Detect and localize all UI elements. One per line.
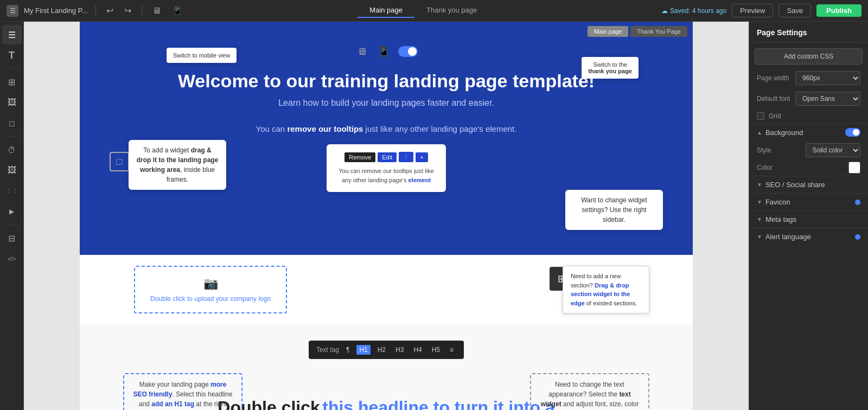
hero-body-text: You can remove our tooltips just like an…	[91, 124, 682, 133]
background-section-title: Background	[765, 129, 842, 137]
sidebar-icon-timer[interactable]: ⏱	[2, 140, 22, 159]
sidebar-icon-layers[interactable]: ☰	[2, 25, 22, 44]
mobile-view-button[interactable]: 📱	[169, 4, 186, 17]
project-title: My First Landing P...	[24, 7, 88, 15]
widget-placeholder-box[interactable]: □	[110, 152, 129, 171]
page-width-label: Page width	[757, 74, 792, 82]
page-width-row: Page width 960px 1024px 1200px	[749, 68, 868, 88]
text-callout-right: Need to change the text appearance? Sele…	[530, 373, 649, 410]
favicon-chevron-icon: ▼	[757, 199, 762, 205]
canvas-wrapper: 🖥 📱 Main page Thank You Page Switch to m…	[24, 22, 749, 410]
default-font-row: Default font Open Sans Arial Roboto	[749, 88, 868, 109]
remove-btn[interactable]: Remove	[344, 152, 375, 162]
alert-language-section-header[interactable]: ▼ Alert language	[749, 228, 868, 245]
save-button[interactable]: Save	[778, 4, 811, 17]
saved-status: ☁ Saved: 4 hours ago	[661, 7, 726, 15]
sidebar-icon-shapes[interactable]: ◻	[2, 113, 22, 133]
logo-section: 📷 Double click to upload your company lo…	[80, 255, 693, 324]
default-font-select[interactable]: Open Sans Arial Roboto	[795, 92, 860, 106]
mobile-toggle-btn[interactable]: 📱	[375, 43, 392, 60]
page-tab-main[interactable]: Main page	[358, 3, 414, 18]
background-chevron-icon: ▲	[757, 130, 762, 136]
sidebar-icon-layout[interactable]: ⊟	[2, 228, 22, 248]
sidebar-icon-grid[interactable]: ⋮⋮	[2, 181, 22, 201]
meta-tags-chevron-icon: ▼	[757, 216, 762, 222]
style-select[interactable]: Solid color Gradient Image	[806, 143, 861, 157]
left-sidebar: ☰ T ⊞ 🖼 ◻ ⏱ 🖼 ⋮⋮ ▶ ⊟ </>	[0, 22, 24, 410]
hero-subtitle[interactable]: Learn how to build your landing pages fa…	[91, 98, 682, 108]
text-tag-toolbar-wrapper: Text tag ¶ H1 H2 H3 H4 H5 ≡	[91, 341, 682, 368]
upload-label: Double click to upload your company logo	[150, 295, 271, 303]
sidebar-icon-video[interactable]: ▶	[2, 202, 22, 221]
background-toggle[interactable]	[845, 128, 860, 137]
text-tag-h4[interactable]: H4	[411, 345, 424, 355]
widget-demo-text: You can remove our tooltips just like an…	[334, 166, 438, 184]
panel-title: Page Settings	[749, 22, 868, 43]
seo-chevron-icon: ▼	[757, 182, 762, 188]
canvas-tab-thankyou[interactable]: Thank You Page	[630, 26, 687, 37]
edit-btn[interactable]: Edit	[378, 152, 397, 162]
color-swatch[interactable]	[848, 162, 860, 174]
widget-btn-3[interactable]: ⋮	[399, 152, 413, 162]
cloud-icon: ☁	[661, 7, 668, 15]
widget-btn-4[interactable]: +	[416, 152, 427, 162]
text-tag-h1[interactable]: H1	[356, 345, 370, 355]
alert-language-section-title: Alert language	[765, 233, 852, 241]
favicon-section-title: Favicon	[765, 198, 852, 206]
grid-row: Grid	[749, 109, 868, 123]
text-tag-h2[interactable]: H2	[375, 345, 388, 355]
text-section: Text tag ¶ H1 H2 H3 H4 H5 ≡ Make your la…	[80, 324, 693, 410]
sidebar-divider-2	[4, 136, 20, 137]
undo-button[interactable]: ↩	[104, 4, 116, 17]
text-tag-h5[interactable]: H5	[429, 345, 443, 355]
topbar: ☰ My First Landing P... ↩ ↪ 🖥 📱 Main pag…	[0, 0, 868, 22]
sidebar-divider-1	[4, 68, 20, 69]
canvas-page-tabs: Main page Thank You Page	[588, 26, 687, 37]
logo-upload-box[interactable]: 📷 Double click to upload your company lo…	[134, 266, 287, 313]
topbar-right: ☁ Saved: 4 hours ago Preview Save Publis…	[661, 4, 861, 17]
page-tab-thankyou[interactable]: Thank you page	[414, 3, 489, 18]
page-width-select[interactable]: 960px 1024px 1200px	[795, 71, 860, 85]
background-section-header[interactable]: ▲ Background	[749, 123, 868, 141]
alert-language-badge	[855, 234, 860, 240]
canvas-inner: 🖥 📱 Main page Thank You Page Switch to m…	[80, 22, 693, 410]
switch-mobile-tooltip: Switch to mobile view	[167, 48, 237, 63]
logo-icon[interactable]: ☰	[7, 5, 18, 17]
text-tag-toolbar: Text tag ¶ H1 H2 H3 H4 H5 ≡	[309, 341, 464, 359]
widget-placeholder[interactable]: □	[110, 152, 129, 171]
page-tabs-center: Main page Thank you page	[191, 3, 656, 18]
publish-button[interactable]: Publish	[816, 4, 861, 17]
canvas-area[interactable]: 🖥 📱 Main page Thank You Page Switch to m…	[24, 22, 749, 410]
grid-checkbox[interactable]	[757, 112, 764, 120]
default-font-label: Default font	[757, 95, 792, 102]
add-custom-css-button[interactable]: Add custom CSS	[755, 48, 863, 65]
text-tag-h3[interactable]: H3	[393, 345, 406, 355]
section-add-tooltip: Need to add a new section? Drag & drop s…	[563, 266, 649, 313]
desktop-toggle-btn[interactable]: 🖥	[355, 44, 369, 60]
seo-section-header[interactable]: ▼ SEO / Social share	[749, 176, 868, 193]
seo-section-title: SEO / Social share	[765, 181, 860, 189]
widget-demo-box[interactable]: Remove Edit ⋮ + You can remove our toolt…	[327, 144, 446, 192]
text-tag-para[interactable]: ¶	[343, 345, 352, 355]
sidebar-icon-text[interactable]: T	[2, 46, 22, 65]
upload-icon: 📷	[203, 277, 218, 291]
meta-tags-section-header[interactable]: ▼ Meta tags	[749, 210, 868, 228]
sidebar-icon-image-widget[interactable]: 🖼	[2, 161, 22, 180]
sidebar-icon-widgets[interactable]: ⊞	[2, 72, 22, 92]
favicon-section-header[interactable]: ▼ Favicon	[749, 193, 868, 210]
sidebar-icon-code[interactable]: </>	[2, 249, 22, 268]
widget-demo-area: Remove Edit ⋮ + You can remove our toolt…	[327, 144, 446, 192]
headline-callout-left: Make your landing page more SEO friendly…	[123, 373, 242, 410]
text-tag-list[interactable]: ≡	[447, 345, 456, 355]
redo-button[interactable]: ↪	[122, 4, 134, 17]
sidebar-divider-3	[4, 225, 20, 225]
preview-button[interactable]: Preview	[732, 4, 773, 17]
canvas-tab-main[interactable]: Main page	[588, 26, 628, 37]
text-tag-label: Text tag	[316, 346, 339, 354]
view-toggle-switch[interactable]	[398, 46, 418, 57]
desktop-view-button[interactable]: 🖥	[150, 5, 164, 17]
meta-tags-section-title: Meta tags	[765, 215, 860, 223]
tooltip-widget-settings: Want to change widget settings? Use the …	[565, 190, 663, 230]
favicon-badge	[855, 200, 860, 205]
sidebar-icon-media[interactable]: 🖼	[2, 93, 22, 112]
